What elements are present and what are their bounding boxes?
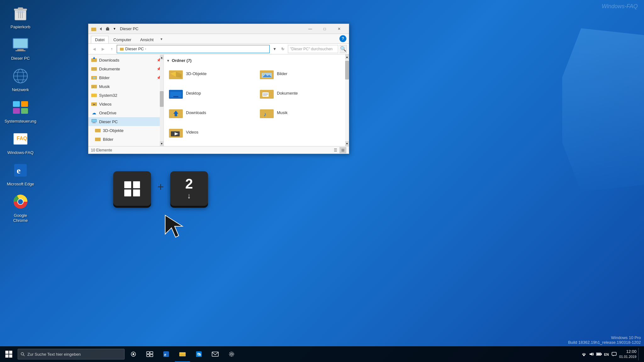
view-grid-button[interactable]: ⊞: [339, 147, 346, 153]
ms-edge-icon-img: e: [10, 160, 31, 180]
content-scroll-up-button[interactable]: ▲: [345, 54, 349, 59]
folder-videos[interactable]: Videos: [166, 123, 255, 141]
folder-desktop[interactable]: Desktop: [166, 84, 255, 102]
ms-edge-label: Microsoft Edge: [7, 182, 34, 187]
folder-dokumente[interactable]: Dokumente: [257, 84, 346, 102]
folder-downloads[interactable]: Downloads: [166, 104, 255, 121]
show-desktop-button[interactable]: [638, 348, 640, 360]
desktop-icon-dieser-pc[interactable]: Dieser PC: [6, 35, 35, 61]
dieser-pc-sidebar-icon: [91, 118, 97, 125]
svg-rect-41: [93, 69, 95, 69]
address-path[interactable]: Dieser PC ›: [117, 45, 270, 53]
section-header-geraete[interactable]: ▼ Geräte und Laufwerke (3): [166, 144, 346, 146]
sidebar-scroll-down-button[interactable]: ▼: [160, 141, 164, 146]
svg-rect-32: [107, 27, 109, 28]
svg-rect-94: [5, 351, 8, 354]
bilder2-sidebar-icon: [95, 136, 101, 142]
sidebar-desktop-label: Desktop: [103, 146, 118, 146]
sidebar-item-bilder[interactable]: Bilder 📌: [88, 73, 164, 82]
view-list-button[interactable]: ☰: [332, 147, 339, 153]
taskbar-mail-button[interactable]: [208, 346, 223, 362]
status-bar: 10 Elemente ☰ ⊞: [88, 146, 349, 154]
nav-up-button[interactable]: ↑: [108, 45, 115, 53]
nav-forward-button[interactable]: ▶: [99, 45, 107, 53]
svg-rect-49: [91, 94, 93, 95]
svg-point-116: [583, 355, 584, 356]
section-chevron-ordner: ▼: [166, 59, 170, 63]
sidebar-item-onedrive[interactable]: ☁ OneDrive: [88, 108, 164, 117]
sidebar-item-dokumente[interactable]: Dokumente 📌: [88, 64, 164, 73]
tray-battery-icon[interactable]: [596, 351, 602, 357]
system-clock[interactable]: 12:00 01.01.2019: [619, 349, 636, 359]
taskbar-store-button[interactable]: 🛍: [191, 346, 206, 362]
sidebar-item-3d-objekte[interactable]: 3D-Objekte: [88, 126, 164, 135]
maximize-button[interactable]: □: [317, 24, 332, 34]
task-view-button[interactable]: [126, 346, 141, 362]
content-scroll-down-button[interactable]: ▼: [345, 141, 349, 146]
desktop-icon-systemsteuerung[interactable]: Systemsteuerung: [6, 97, 35, 124]
title-bar-app-icons: ▼: [91, 26, 117, 32]
sidebar-item-musik[interactable]: ♪ Musik: [88, 82, 164, 91]
svg-rect-31: [106, 28, 109, 30]
tab-computer[interactable]: Computer: [109, 36, 135, 43]
clock-time: 12:00: [619, 349, 636, 354]
desktop-icon-google-chrome[interactable]: Google Chrome: [6, 192, 35, 223]
help-button[interactable]: ?: [339, 35, 346, 42]
folder-bilder[interactable]: Bilder: [257, 65, 346, 82]
taskbar-search[interactable]: Zur Suche Text hier eingeben: [18, 349, 125, 359]
systemsteuerung-icon-img: [10, 97, 31, 118]
search-placeholder: "Dieser PC" durchsuchen: [290, 47, 333, 51]
search-box[interactable]: "Dieser PC" durchsuchen: [288, 45, 338, 53]
tray-network-icon[interactable]: [581, 351, 587, 357]
search-button[interactable]: 🔍: [339, 45, 347, 53]
taskbar-settings-button[interactable]: [224, 346, 239, 362]
minimize-button[interactable]: —: [303, 24, 317, 34]
sidebar-item-downloads[interactable]: Downloads 📌: [88, 56, 164, 64]
section-title-geraete: Geräte und Laufwerke (3): [172, 145, 221, 146]
svg-rect-51: [91, 103, 93, 104]
sidebar-item-desktop[interactable]: Desktop: [88, 144, 164, 146]
title-bar-icon-pin[interactable]: [105, 26, 110, 32]
sidebar-item-videos[interactable]: Videos: [88, 100, 164, 108]
tray-message-icon[interactable]: [611, 351, 617, 357]
svg-rect-95: [9, 351, 12, 354]
win10-build-text: Build 18362.19h1_release.190318-1202: [568, 340, 641, 345]
nav-back-button[interactable]: ◀: [90, 45, 98, 53]
tray-language-icon[interactable]: EN: [603, 351, 610, 357]
win10-version-text: Windows 10 Pro: [568, 335, 641, 340]
svg-text:♪: ♪: [93, 86, 94, 88]
tray-volume-icon[interactable]: [588, 351, 595, 357]
title-bar-icon-dropdown[interactable]: ▼: [112, 26, 117, 32]
desktop-icon-windows-faq[interactable]: FAQ Windows-FAQ: [6, 129, 35, 155]
sidebar-scroll-up-button[interactable]: ▲: [160, 55, 164, 60]
folder-3d-objekte[interactable]: 3D-Objekte: [166, 65, 255, 82]
start-button[interactable]: [1, 346, 16, 362]
desktop-icon-papierkorb[interactable]: Papierkorb: [6, 3, 35, 30]
taskbar-edge-button[interactable]: e: [159, 346, 174, 362]
sidebar-item-dieser-pc[interactable]: Dieser PC: [88, 117, 164, 126]
sidebar-item-system32[interactable]: System32: [88, 91, 164, 100]
svg-point-101: [132, 353, 134, 355]
address-dropdown-button[interactable]: ▼: [271, 45, 278, 53]
tab-ansicht[interactable]: Ansicht: [136, 36, 158, 43]
desktop-icon-netzwerk[interactable]: Netzwerk: [6, 66, 35, 92]
svg-rect-10: [15, 50, 25, 51]
tab-datei[interactable]: Datei: [91, 36, 109, 43]
address-bar: ◀ ▶ ↑ Dieser PC › ▼ ↻ "Dieser PC" durchs…: [88, 44, 349, 54]
section-header-ordner[interactable]: ▼ Ordner (7): [166, 57, 346, 65]
svg-rect-36: [91, 59, 93, 60]
folder-musik[interactable]: ♪ Musik: [257, 104, 346, 121]
address-refresh-button[interactable]: ↻: [279, 45, 287, 53]
folder-icon-dokumente: [260, 86, 274, 100]
ribbon-expand-icon[interactable]: ▼: [158, 36, 165, 42]
file-explorer-window: ▼ Dieser PC — □ ✕ Datei Computer Ansicht…: [88, 24, 349, 154]
papierkorb-icon: [10, 3, 31, 23]
title-bar-icon-back[interactable]: [98, 26, 104, 32]
multi-desktop-button[interactable]: [142, 346, 157, 362]
sidebar-scrollbar-thumb: [160, 91, 164, 107]
section-chevron-geraete: ▼: [166, 146, 170, 146]
taskbar-explorer-button[interactable]: [175, 346, 190, 362]
desktop-icon-ms-edge[interactable]: e Microsoft Edge: [6, 160, 35, 187]
sidebar-item-bilder2[interactable]: Bilder: [88, 135, 164, 144]
close-button[interactable]: ✕: [332, 24, 346, 34]
